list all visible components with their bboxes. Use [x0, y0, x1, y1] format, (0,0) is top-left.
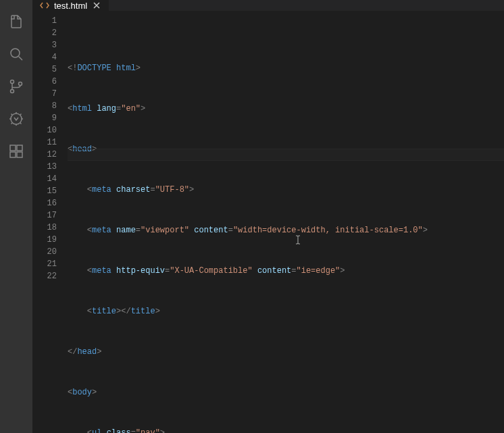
- svg-rect-7: [17, 152, 22, 157]
- editor-group: test.html 123456789101112131415161718192…: [32, 0, 504, 433]
- svg-point-2: [11, 90, 14, 93]
- tab-bar: test.html: [32, 0, 504, 11]
- tab-label: test.html: [54, 1, 87, 11]
- line-number: 18: [32, 222, 57, 234]
- line-number: 20: [32, 246, 57, 258]
- line-number: 2: [32, 27, 57, 39]
- line-number: 15: [32, 185, 57, 197]
- line-number: 5: [32, 63, 57, 76]
- code-area[interactable]: <!DOCTYPE html> <html lang="en"> <head> …: [68, 11, 504, 433]
- line-number: 10: [32, 124, 57, 136]
- svg-rect-6: [10, 152, 16, 157]
- explorer-icon[interactable]: [0, 5, 32, 38]
- editor[interactable]: 12345678910111213141516171819202122 <!DO…: [32, 11, 504, 433]
- close-icon[interactable]: [91, 0, 102, 11]
- svg-point-4: [11, 113, 22, 124]
- line-number-gutter: 12345678910111213141516171819202122: [32, 11, 68, 433]
- extensions-icon[interactable]: [0, 135, 32, 168]
- tab-test-html[interactable]: test.html: [32, 0, 109, 11]
- line-number: 19: [32, 234, 57, 246]
- line-number: 12: [32, 149, 57, 161]
- line-number: 17: [32, 209, 57, 222]
- search-icon[interactable]: [0, 38, 32, 70]
- code-icon: [39, 0, 50, 11]
- svg-rect-8: [17, 145, 22, 151]
- line-number: 1: [32, 15, 57, 27]
- line-number: 8: [32, 100, 57, 112]
- svg-rect-5: [10, 145, 16, 151]
- svg-point-1: [11, 80, 14, 84]
- line-number: 4: [32, 51, 57, 63]
- activity-bar: [0, 0, 32, 433]
- debug-icon[interactable]: [0, 103, 32, 135]
- line-number: 11: [32, 136, 57, 149]
- svg-point-0: [11, 49, 20, 57]
- line-number: 13: [32, 161, 57, 173]
- line-number: 21: [32, 258, 57, 270]
- line-number: 22: [32, 270, 57, 282]
- svg-point-3: [19, 82, 22, 86]
- line-number: 3: [32, 39, 57, 51]
- line-number: 14: [32, 173, 57, 185]
- line-number: 9: [32, 112, 57, 124]
- line-number: 16: [32, 197, 57, 209]
- source-control-icon[interactable]: [0, 70, 32, 103]
- line-number: 6: [32, 76, 57, 88]
- line-number: 7: [32, 88, 57, 100]
